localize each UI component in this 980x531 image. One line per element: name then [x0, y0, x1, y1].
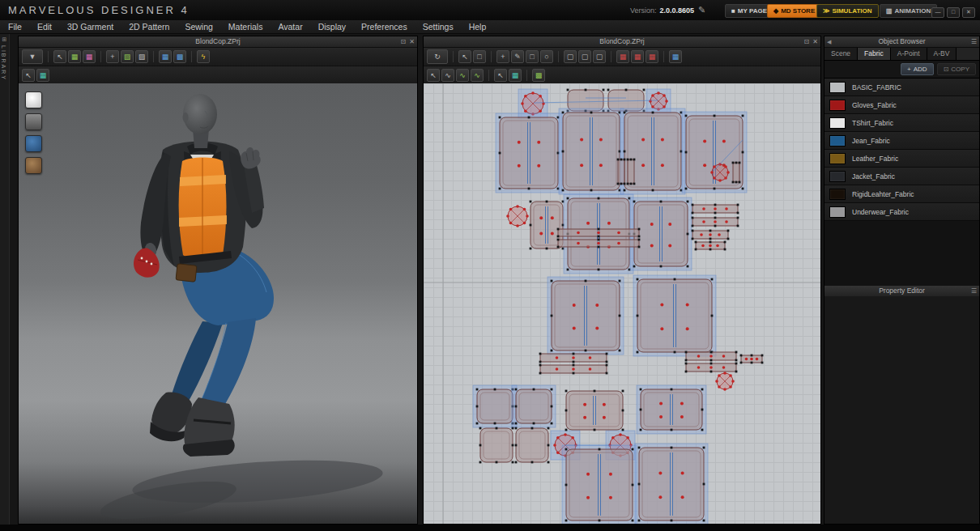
panel-menu-icon[interactable]: ☰: [971, 36, 977, 47]
menu-help[interactable]: Help: [469, 22, 487, 32]
version-label: Version:: [630, 6, 657, 15]
select-move-tool-icon[interactable]: ↖: [53, 50, 66, 63]
menu-file[interactable]: File: [8, 22, 22, 32]
grid-view-tool-icon[interactable]: ▦: [509, 69, 522, 82]
measure-tool-icon[interactable]: ▨: [135, 50, 148, 63]
head-thumb-icon[interactable]: [25, 157, 42, 174]
pattern-mirror-tool-icon[interactable]: ▢: [578, 50, 591, 63]
close-button[interactable]: ✕: [962, 7, 975, 18]
edit-pattern-tool-icon[interactable]: ↖: [458, 50, 471, 63]
select-sewing-tool-icon[interactable]: ↖: [427, 69, 440, 82]
tab-filler: [957, 48, 979, 60]
pattern-unfold-tool-icon[interactable]: ▢: [593, 50, 606, 63]
menu-2d-pattern[interactable]: 2D Pattern: [129, 22, 169, 32]
avatar-thumb-icon[interactable]: [25, 113, 42, 130]
rectangle-tool-icon[interactable]: □: [526, 50, 539, 63]
texture-surface-tool-icon[interactable]: ▦: [159, 50, 172, 63]
edit-point-tool-icon[interactable]: □: [473, 50, 486, 63]
add-button[interactable]: + ADD: [901, 63, 934, 75]
fold-arrangement-tool-icon[interactable]: ▨: [121, 50, 134, 63]
my-page-button[interactable]: ■ MY PAGE: [725, 4, 773, 18]
menu-materials[interactable]: Materials: [228, 22, 263, 32]
viewport-3d-panel: BlondCop.ZPrj ⊡ ✕ ▼↖▦▦+▨▨▦▩ϟ ↖▦: [18, 36, 418, 525]
panel-menu-icon[interactable]: ☰: [971, 286, 977, 296]
fabric-row[interactable]: Gloves_Fabric: [824, 96, 979, 114]
app-logo: MARVELOUS DESIGNER 4: [8, 4, 190, 16]
view-mode-dropdown-icon[interactable]: ▼: [22, 49, 43, 64]
title-bar: MARVELOUS DESIGNER 4 Version:2.0.0.8605 …: [0, 0, 980, 21]
fabric-row[interactable]: RigidLeahter_Fabric: [824, 185, 979, 203]
fabric-row[interactable]: Jean_Fabric: [824, 132, 979, 150]
viewport-3d-titlebar[interactable]: BlondCop.ZPrj ⊡ ✕: [19, 36, 417, 48]
grading-tool-b-icon[interactable]: ▦: [631, 50, 644, 63]
free-sewing-tool-icon[interactable]: ∿: [456, 69, 469, 82]
fabric-swatch: [829, 189, 846, 200]
segment-sewing-tool-icon[interactable]: ∿: [441, 69, 454, 82]
mesh-view-tool-icon[interactable]: ▦: [36, 69, 49, 82]
collapse-panel-icon[interactable]: ◀: [827, 36, 831, 47]
menu-display[interactable]: Display: [318, 22, 346, 32]
maximize-button[interactable]: □: [947, 7, 960, 18]
fabric-row[interactable]: TShirt_Fabric: [824, 114, 979, 132]
md-store-button[interactable]: ◆ MD STORE: [767, 4, 821, 18]
pattern-copy-tool-icon[interactable]: ▢: [564, 50, 577, 63]
menu-3d-garment[interactable]: 3D Garment: [67, 22, 113, 32]
tshirt-thumb-icon[interactable]: [25, 91, 42, 108]
library-sidebar[interactable]: ⊞ LIBRARY: [0, 34, 10, 525]
menu-settings[interactable]: Settings: [423, 22, 454, 32]
pattern-canvas[interactable]: [424, 83, 820, 524]
simulate-tool-icon[interactable]: ϟ: [197, 50, 210, 63]
simulation-button[interactable]: ≫ SIMULATION: [816, 4, 879, 18]
show-avatar-tool-icon[interactable]: ▦: [68, 50, 81, 63]
plus-icon: +: [907, 66, 911, 73]
grading-tool-a-icon[interactable]: ▦: [616, 50, 629, 63]
transform-pattern-tool-icon[interactable]: ↻: [427, 49, 448, 64]
float-panel-icon[interactable]: ⊡: [401, 36, 407, 47]
float-panel-icon[interactable]: ⊡: [804, 36, 810, 47]
animation-button[interactable]: ▥ ANIMATION: [880, 4, 937, 18]
fabric-row[interactable]: Leather_Fabric: [824, 150, 979, 168]
select-pin-tool-icon[interactable]: ↖: [22, 69, 35, 82]
avatar-figure[interactable]: [19, 83, 417, 524]
fabric-row[interactable]: Jacket_Fabric: [824, 168, 979, 185]
show-garment-tool-icon[interactable]: ▦: [83, 50, 96, 63]
grading-tool-c-icon[interactable]: ▦: [646, 50, 658, 63]
tab-scene[interactable]: Scene: [824, 48, 858, 60]
viewport-2d-canvas[interactable]: [424, 83, 820, 524]
viewport-2d-toolbar-2: ↖∿∿∿↖▦▩: [424, 66, 820, 85]
menu-sewing[interactable]: Sewing: [185, 22, 212, 32]
select-pattern-tool-icon[interactable]: ↖: [494, 69, 507, 82]
edit-sewing-tool-icon[interactable]: ∿: [471, 69, 484, 82]
fabric-row[interactable]: Underwear_Fabric: [824, 203, 979, 221]
library-thumbnails: [25, 91, 42, 174]
pen-icon[interactable]: ✎: [698, 5, 705, 15]
menu-preferences[interactable]: Preferences: [361, 22, 407, 32]
fabric-row[interactable]: BASIC_FABRIC: [824, 79, 979, 96]
fabric-name: Jean_Fabric: [852, 137, 890, 145]
film-icon: ▥: [886, 7, 893, 15]
sync-view-tool-icon[interactable]: ▩: [532, 69, 545, 82]
tab-a-point[interactable]: A-Point: [891, 48, 927, 60]
garment-thumb-icon[interactable]: [25, 135, 42, 152]
close-panel-icon[interactable]: ✕: [409, 36, 415, 47]
toolbar-separator: [153, 51, 154, 62]
minimize-button[interactable]: —: [931, 7, 944, 18]
circle-tool-icon[interactable]: ○: [540, 50, 553, 63]
chevrons-icon: ≫: [823, 7, 829, 15]
thick-texture-tool-icon[interactable]: ▩: [173, 50, 186, 63]
viewport-3d-canvas[interactable]: [19, 83, 417, 524]
tab-a-bv[interactable]: A-BV: [927, 48, 957, 60]
pin-tool-icon[interactable]: +: [106, 50, 119, 63]
toolbar-separator: [663, 51, 664, 62]
tab-fabric[interactable]: Fabric: [858, 48, 891, 60]
library-dock-icon[interactable]: ⊞: [2, 36, 7, 42]
viewport-2d-titlebar[interactable]: BlondCop.ZPrj ⊡ ✕: [424, 36, 820, 48]
close-panel-icon[interactable]: ✕: [812, 36, 818, 47]
object-browser-header: ◀ Object Browser ☰: [824, 36, 979, 48]
menu-avatar[interactable]: Avatar: [278, 22, 302, 32]
copy-button[interactable]: ⊡ COPY: [937, 63, 976, 75]
polygon-tool-icon[interactable]: ✎: [511, 50, 524, 63]
menu-edit[interactable]: Edit: [37, 22, 52, 32]
add-point-tool-icon[interactable]: +: [496, 50, 509, 63]
texture-editor-tool-icon[interactable]: ▦: [669, 50, 682, 63]
